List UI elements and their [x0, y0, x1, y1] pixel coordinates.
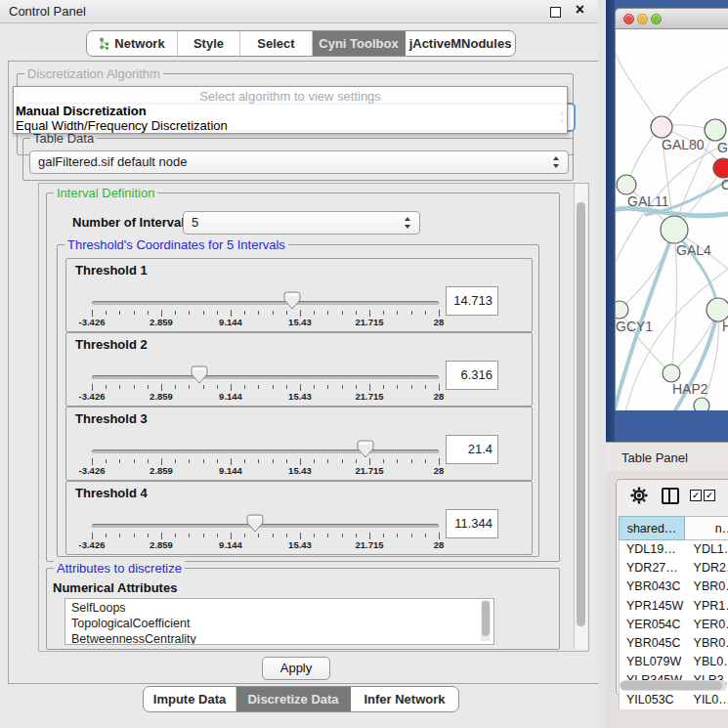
scrollbar-thumb[interactable] [621, 681, 722, 690]
dropdown-option-manual-discretization[interactable]: Manual Discretization [16, 104, 147, 118]
slider-track[interactable] [92, 524, 439, 529]
table-row[interactable]: YIL053CYIL0… [620, 691, 728, 709]
tab-infer-network[interactable]: Infer Network [351, 687, 458, 711]
close-icon[interactable]: × [576, 1, 584, 19]
slider-tick [356, 311, 357, 315]
table-cell[interactable]: YDL19… [620, 540, 686, 559]
tab-jactivemnodules[interactable]: jActiveMNodules [406, 31, 515, 56]
network-node[interactable] [616, 301, 628, 319]
network-node[interactable] [663, 364, 680, 382]
network-window-titlebar[interactable] [615, 8, 728, 29]
checkbox-icon[interactable]: ✓ [704, 490, 715, 501]
tab-network[interactable]: Network [87, 31, 178, 56]
slider-tick [258, 311, 259, 315]
table-cell[interactable]: YPR1… [686, 597, 728, 616]
slider-tick [369, 458, 370, 465]
slider-thumb[interactable] [283, 291, 301, 310]
list-scrollbar[interactable] [481, 600, 491, 641]
tab-impute-data[interactable]: Impute Data [144, 687, 236, 711]
column-layout-icon[interactable] [662, 488, 679, 504]
table-cell[interactable]: YBR043C [620, 578, 686, 596]
table-cell[interactable]: YBL0… [686, 653, 728, 671]
table-cell[interactable]: YBR0… [686, 634, 728, 653]
threshold-value-field[interactable]: 11.344 [446, 509, 498, 538]
apply-button[interactable]: Apply [262, 657, 330, 680]
network-node[interactable] [694, 398, 709, 410]
slider-tick [119, 311, 120, 315]
table-cell[interactable]: YBR0… [686, 578, 728, 596]
network-edge[interactable] [616, 49, 662, 127]
threshold-value-field[interactable]: 6.316 [446, 361, 498, 390]
panel-splitter[interactable] [598, 0, 606, 728]
slider-track[interactable] [92, 301, 439, 306]
checkbox-icon[interactable]: ✓ [690, 490, 702, 501]
network-node[interactable] [661, 216, 688, 243]
table-panel-titlebar: Table Panel [606, 442, 728, 473]
scrollbar-thumb[interactable] [577, 202, 585, 626]
table-cell[interactable]: YBR045C [620, 634, 686, 653]
network-node[interactable] [713, 158, 728, 178]
slider-tick [217, 385, 218, 389]
network-edge[interactable] [620, 230, 674, 310]
table-cell[interactable]: YDR2… [686, 559, 728, 578]
table-cell[interactable]: YBL079W [620, 653, 686, 671]
gear-icon[interactable] [630, 487, 648, 504]
slider-tick [300, 533, 301, 539]
table-cell[interactable]: YDR27… [620, 559, 686, 578]
minimize-traffic-light-icon[interactable] [637, 14, 648, 24]
list-item[interactable]: BetweennessCentrality [65, 630, 493, 645]
table-cell[interactable]: YER054C [620, 616, 686, 634]
table-cell[interactable]: YDL1… [686, 540, 728, 559]
column-header-shared-name[interactable]: shared… [619, 516, 685, 540]
network-node[interactable] [651, 116, 672, 138]
slider-tick [369, 533, 370, 539]
vertical-scrollbar[interactable] [574, 184, 587, 649]
table-cell[interactable]: YIL053C [620, 691, 686, 709]
table-row[interactable]: YBL079WYBL0… [620, 653, 728, 671]
network-node[interactable] [617, 175, 636, 194]
table-cell[interactable]: YER0… [686, 616, 728, 634]
network-canvas[interactable]: GAL80GCGAL11GAL4GCY1HHAP2 [615, 29, 728, 410]
table-row[interactable]: YPR145WYPR1… [620, 597, 728, 616]
tab-cyni-toolbox[interactable]: Cyni Toolbox [313, 31, 406, 56]
network-node-label: HAP2 [672, 381, 708, 397]
number-of-intervals-combobox[interactable]: 5 [183, 211, 420, 235]
tab-select[interactable]: Select [240, 31, 313, 56]
close-traffic-light-icon[interactable] [623, 14, 634, 24]
dropdown-option-equal-width-frequency[interactable]: Equal Width/Frequency Discretization [16, 118, 228, 133]
list-item[interactable]: TopologicalCoefficient [65, 615, 493, 630]
slider-tick [148, 459, 149, 463]
tab-style[interactable]: Style [178, 31, 240, 56]
slider-thumb[interactable] [191, 365, 208, 384]
table-cell[interactable]: YIL0… [686, 691, 728, 709]
slider-tick [411, 534, 412, 537]
network-node[interactable] [705, 119, 726, 141]
horizontal-scrollbar[interactable] [620, 680, 727, 691]
scrollbar-thumb[interactable] [482, 601, 490, 636]
table-row[interactable]: YBR045CYBR0… [620, 634, 728, 653]
group-title: Threshold's Coordinates for 5 Intervals [64, 237, 288, 252]
threshold-value-field[interactable]: 14.713 [446, 286, 498, 316]
axis-tick-label: -3.426 [68, 317, 115, 327]
column-header-name[interactable]: n… [685, 516, 728, 540]
slider-tick [273, 311, 274, 315]
slider-track[interactable] [92, 450, 439, 454]
float-window-icon[interactable] [550, 7, 561, 18]
slider-track[interactable] [92, 375, 439, 380]
table-row[interactable]: YDR27…YDR2… [620, 559, 728, 578]
slider-tick [189, 385, 190, 389]
table-row[interactable]: YDL19…YDL1… [620, 540, 728, 559]
threshold-value-field[interactable]: 21.4 [446, 435, 498, 464]
table-cell[interactable]: YPR145W [620, 597, 686, 616]
slider-thumb[interactable] [246, 514, 264, 533]
slider-tick [314, 459, 315, 463]
network-edge[interactable] [662, 64, 728, 127]
table-row[interactable]: YER054CYER0… [620, 616, 728, 634]
numerical-attributes-list[interactable]: SelfLoopsTopologicalCoefficientBetweenne… [64, 598, 494, 645]
zoom-traffic-light-icon[interactable] [651, 14, 662, 24]
list-item[interactable]: SelfLoops [65, 599, 493, 615]
table-data-combobox[interactable]: galFiltered.sif default node [29, 150, 569, 174]
tab-discretize-data[interactable]: Discretize Data [236, 687, 351, 711]
table-row[interactable]: YBR043CYBR0… [620, 578, 728, 596]
slider-thumb[interactable] [357, 440, 374, 458]
